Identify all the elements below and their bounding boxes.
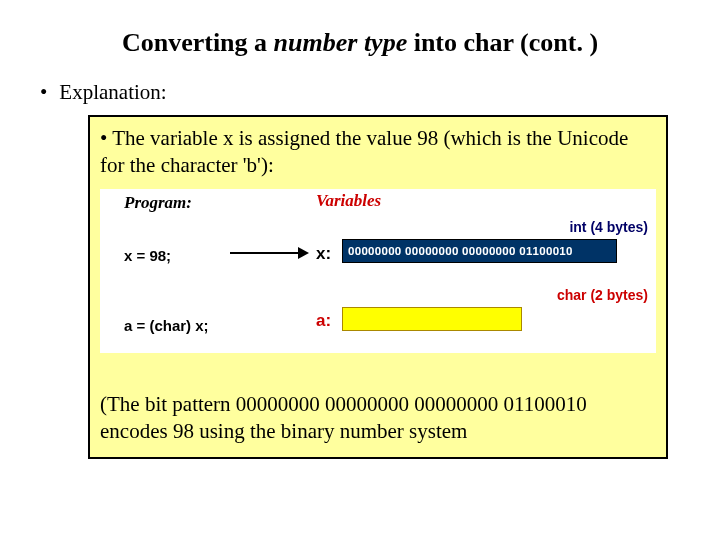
content-panel: • The variable x is assigned the value 9… — [88, 115, 668, 459]
int-type-label: int (4 bytes) — [569, 219, 648, 235]
bullet-dot-icon: • — [40, 80, 47, 105]
title-post: into char (cont. ) — [407, 28, 598, 57]
arrow-icon — [230, 247, 312, 259]
var-x-label: x: — [316, 244, 331, 264]
bullet-text: Explanation: — [59, 80, 166, 105]
slide-title: Converting a number type into char (cont… — [16, 28, 704, 58]
statement-a: a = (char) x; — [124, 317, 209, 334]
slide: Converting a number type into char (cont… — [0, 0, 720, 479]
var-x-bits: 00000000 00000000 00000000 01100010 — [342, 239, 617, 263]
program-header: Program: — [124, 193, 192, 213]
variables-header: Variables — [316, 191, 381, 211]
statement-x: x = 98; — [124, 247, 171, 264]
diagram-box: Program: Variables int (4 bytes) char (2… — [100, 189, 656, 353]
panel-note: (The bit pattern 00000000 00000000 00000… — [100, 391, 656, 445]
var-a-label: a: — [316, 311, 331, 331]
bullet-explanation: • Explanation: — [40, 80, 704, 105]
title-pre: Converting a — [122, 28, 274, 57]
var-a-bits — [342, 307, 522, 331]
char-type-label: char (2 bytes) — [557, 287, 648, 303]
title-em: number type — [274, 28, 408, 57]
panel-line-1: • The variable x is assigned the value 9… — [100, 125, 656, 179]
